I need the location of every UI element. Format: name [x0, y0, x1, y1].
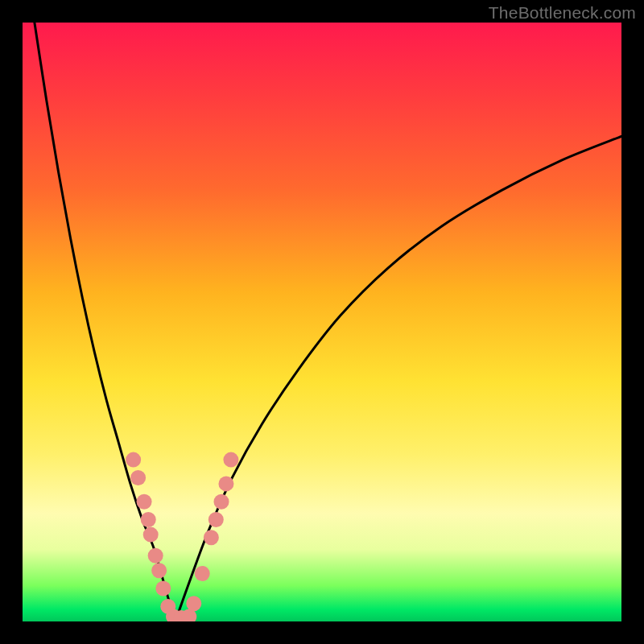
- data-marker: [208, 512, 224, 527]
- plot-area: [23, 23, 621, 621]
- data-marker: [223, 452, 238, 468]
- data-marker: [155, 581, 171, 597]
- curve-right-branch: [175, 136, 621, 621]
- data-marker: [195, 566, 210, 581]
- data-marker: [141, 512, 156, 527]
- data-marker: [126, 452, 141, 468]
- data-marker: [218, 476, 233, 491]
- data-marker: [143, 527, 159, 543]
- chart-frame: TheBottleneck.com: [0, 0, 644, 644]
- data-marker: [186, 596, 201, 611]
- bottleneck-curve: [23, 23, 621, 621]
- data-marker: [204, 530, 219, 545]
- data-marker: [137, 494, 152, 510]
- data-marker: [151, 563, 167, 578]
- data-marker: [148, 548, 163, 564]
- data-marker: [214, 494, 229, 510]
- watermark-text: TheBottleneck.com: [489, 3, 636, 23]
- data-marker: [130, 470, 146, 485]
